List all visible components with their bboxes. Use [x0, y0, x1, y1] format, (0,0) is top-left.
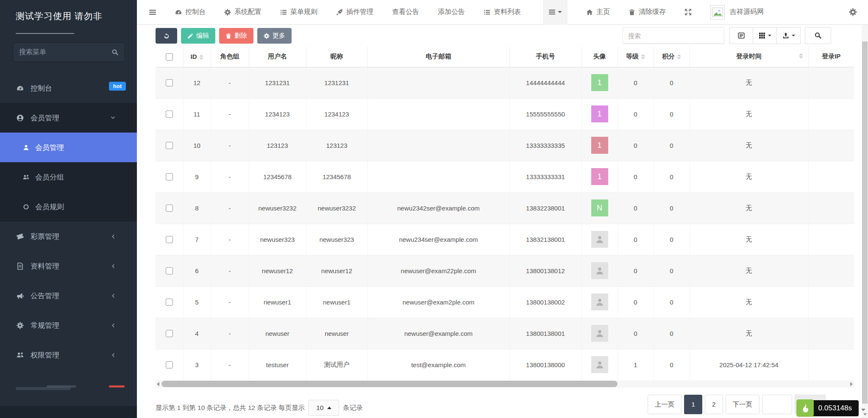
sidebar-item-lottery[interactable]: 彩票管理: [0, 221, 137, 251]
table-row[interactable]: 7 - newuser323 newuser323 newu234ser@exa…: [156, 224, 854, 255]
table-row[interactable]: 11 - 1234123 1234123 15555555550 1 0 0 无: [156, 98, 854, 130]
settings-gear-icon[interactable]: [849, 8, 857, 16]
page-button-1[interactable]: 1: [684, 395, 702, 414]
fullscreen-button[interactable]: [684, 8, 692, 16]
table-row[interactable]: 4 - newuser newuser newuser@example.com …: [156, 318, 854, 349]
menu-icon: [548, 8, 556, 16]
row-checkbox[interactable]: [166, 111, 173, 118]
nav-menu-rule[interactable]: 菜单规则: [280, 8, 317, 17]
row-checkbox[interactable]: [166, 267, 173, 274]
sidebar-item-member-rule[interactable]: 会员规则: [0, 192, 137, 221]
scrollbar-thumb[interactable]: [862, 42, 868, 404]
vertical-scrollbar[interactable]: [862, 25, 868, 418]
delete-button[interactable]: 删除: [219, 28, 253, 44]
select-all-checkbox[interactable]: [166, 53, 173, 61]
columns-button[interactable]: [753, 27, 777, 44]
top-navbar: 控制台 系统配置 菜单规则 插件管理 查看公告 添加公告 资料列表 主页 清除缓…: [137, 0, 868, 25]
table-row[interactable]: 10 - 123123 123123 13333333335 1 0 0 无: [156, 130, 854, 161]
detail-view-button[interactable]: [729, 27, 753, 44]
sidebar-item-label: 公告管理: [31, 291, 59, 301]
nav-data-list[interactable]: 资料列表: [484, 8, 521, 17]
table-row[interactable]: 3 - testuser 测试用户 test@example.com 13800…: [156, 349, 854, 380]
page-button-2[interactable]: 2: [705, 395, 723, 414]
nav-home[interactable]: 主页: [586, 8, 610, 17]
row-checkbox[interactable]: [166, 205, 173, 212]
row-checkbox[interactable]: [166, 330, 173, 337]
page-size-select[interactable]: 10: [309, 400, 339, 416]
sidebar-item-data[interactable]: 资料管理: [0, 251, 137, 281]
username-menu[interactable]: 吉祥源码网: [730, 8, 764, 17]
col-score[interactable]: 积分: [654, 47, 690, 67]
row-checkbox[interactable]: [166, 142, 173, 149]
gears-icon: [16, 322, 24, 329]
col-nickname[interactable]: 昵称: [306, 47, 367, 67]
sidebar-item-notice[interactable]: 公告管理: [0, 281, 137, 310]
col-username[interactable]: 用户名: [249, 47, 306, 67]
user-avatar[interactable]: [710, 5, 725, 19]
col-loginip[interactable]: 登录IP: [808, 47, 854, 67]
scroll-down-button[interactable]: [862, 411, 868, 418]
sidebar-item-auth[interactable]: 权限管理: [0, 340, 137, 370]
col-id[interactable]: ID: [183, 47, 211, 67]
next-page-button[interactable]: 下一页: [726, 395, 760, 414]
prev-page-button[interactable]: 上一页: [648, 395, 682, 414]
row-checkbox[interactable]: [166, 361, 173, 368]
search-toggle-button[interactable]: [805, 27, 831, 44]
nav-dashboard[interactable]: 控制台: [175, 8, 206, 17]
table-row[interactable]: 9 - 12345678 12345678 13333333331 1 0 0 …: [156, 161, 854, 192]
sidebar-item-dashboard[interactable]: 控制台 hot: [0, 73, 137, 103]
horizontal-scrollbar[interactable]: [156, 380, 854, 388]
col-email[interactable]: 电子邮箱: [367, 47, 509, 67]
sidebar-item-general[interactable]: 常规管理: [0, 310, 137, 340]
sidebar-item-member-group[interactable]: 会员分组: [0, 162, 137, 192]
columns-icon: [759, 32, 765, 39]
scrollbar-thumb[interactable]: [161, 381, 618, 387]
avatar: N: [591, 199, 608, 216]
edit-button[interactable]: 编辑: [181, 28, 215, 44]
refresh-icon: [164, 33, 170, 39]
thinkphp-icon[interactable]: [796, 399, 814, 417]
hamburger-icon: [149, 8, 156, 16]
trash-icon: [225, 33, 231, 39]
nav-view-notice[interactable]: 查看公告: [392, 8, 419, 17]
table-row[interactable]: 8 - newuser3232 newuser3232 newu2342ser@…: [156, 192, 854, 224]
more-button[interactable]: 更多: [257, 28, 292, 44]
table-search-input[interactable]: [623, 27, 724, 44]
row-checkbox[interactable]: [166, 299, 173, 306]
brand-underline: [16, 33, 74, 34]
sidebar-item-member-manage[interactable]: 会员管理: [0, 133, 137, 162]
page-jump-box[interactable]: [762, 395, 792, 414]
sidebar-item-label: 控制台: [31, 83, 52, 93]
tabs-dropdown-button[interactable]: [543, 0, 568, 25]
nav-addon[interactable]: 插件管理: [336, 8, 373, 17]
rocket-icon: [336, 9, 343, 16]
sidebar-item-label: 权限管理: [31, 350, 59, 360]
row-checkbox[interactable]: [166, 236, 173, 243]
file-icon: [16, 263, 24, 270]
refresh-button[interactable]: [156, 28, 177, 44]
row-checkbox[interactable]: [166, 173, 173, 180]
scroll-left-arrow[interactable]: [157, 382, 159, 386]
col-mobile[interactable]: 手机号: [509, 47, 581, 67]
export-button[interactable]: [777, 27, 801, 44]
nav-clear-cache[interactable]: 清除缓存: [629, 8, 666, 17]
row-checkbox[interactable]: [166, 79, 173, 86]
col-logintime[interactable]: 登录时间: [690, 47, 808, 67]
sidebar-toggle-button[interactable]: [149, 8, 156, 16]
col-group[interactable]: 角色组: [211, 47, 249, 67]
sidebar-item-partial[interactable]: [0, 375, 137, 405]
sidebar-search[interactable]: [13, 42, 125, 62]
scroll-right-arrow[interactable]: [850, 382, 853, 386]
table-row[interactable]: 12 - 1231231 1231231 14444444444 1 0 0 无: [156, 67, 854, 98]
nav-config[interactable]: 系统配置: [224, 8, 262, 17]
col-avatar[interactable]: 头像: [581, 47, 618, 67]
debug-toolbar[interactable]: 0.053148s: [796, 399, 859, 417]
sidebar-item-member[interactable]: 会员管理: [0, 103, 137, 133]
sidebar-search-input[interactable]: [19, 48, 111, 56]
table-row[interactable]: 5 - newuser1 newuser1 newuser@exam2ple.c…: [156, 286, 854, 318]
table-row[interactable]: 6 - newuser12 newuser12 newuser@exam22pl…: [156, 255, 854, 286]
sidebar-item-label: 彩票管理: [31, 232, 59, 241]
sidebar-item-label: 会员规则: [35, 202, 64, 212]
nav-add-notice[interactable]: 添加公告: [438, 8, 465, 17]
col-level[interactable]: 等级: [618, 47, 654, 67]
